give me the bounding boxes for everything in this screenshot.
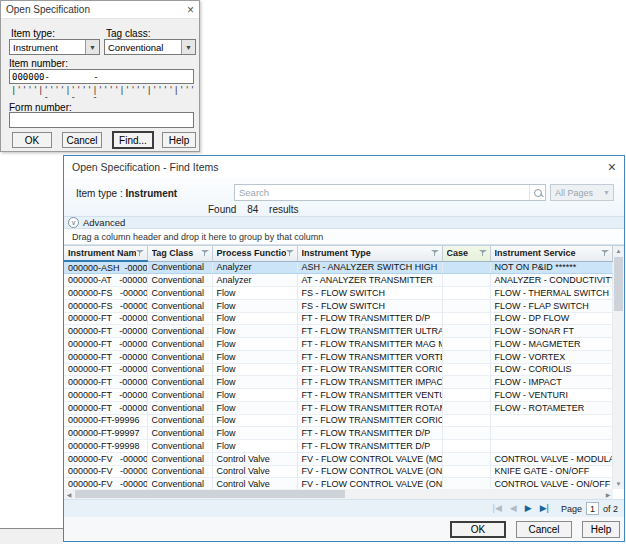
ok-button[interactable]: OK (450, 521, 506, 538)
first-page-icon[interactable]: |◀ (493, 504, 502, 513)
table-cell (442, 389, 490, 402)
table-cell (442, 312, 490, 325)
table-cell: Flow (212, 350, 297, 363)
app-window-fill (0, 529, 63, 544)
table-row[interactable]: 000000-FT -00000EConventionalFlowFT - FL… (64, 363, 612, 376)
table-row[interactable]: 000000-FT-99997ConventionalFlowFT - FLOW… (64, 427, 612, 440)
table-cell: Flow (212, 338, 297, 351)
table-cell: FLOW - DP FLOW (490, 312, 612, 325)
vertical-scroll-thumb[interactable] (614, 257, 623, 311)
table-cell: Conventional (147, 440, 212, 453)
help-button[interactable]: Help (162, 132, 196, 148)
close-icon[interactable]: × (608, 159, 616, 175)
table-cell (442, 440, 490, 453)
column-header-instrument-name[interactable]: Instrument Name (64, 246, 147, 261)
next-page-icon[interactable]: ▶ (525, 504, 532, 513)
ok-button[interactable]: OK (12, 132, 52, 148)
cancel-button[interactable]: Cancel (62, 132, 102, 148)
table-cell: FT - FLOW TRANSMITTER IMPACT (297, 376, 442, 389)
table-cell: Flow (212, 325, 297, 338)
scroll-right-icon[interactable]: ▶ (603, 489, 613, 499)
tag-class-combo[interactable]: Conventional ▼ (104, 39, 196, 55)
horizontal-scroll-thumb[interactable] (75, 490, 345, 498)
column-header-process-function[interactable]: Process Function (212, 246, 297, 261)
chevron-down-icon[interactable]: ▼ (181, 40, 195, 54)
table-cell: 000000-FT -00000D (64, 350, 147, 363)
table-row[interactable]: 000000-FT -00000DConventionalFlowFT - FL… (64, 350, 612, 363)
advanced-expander[interactable]: ∨ Advanced (64, 216, 624, 229)
group-by-dropzone[interactable]: Drag a column header and drop it here to… (64, 229, 624, 245)
search-input[interactable] (235, 187, 529, 198)
horizontal-scrollbar[interactable]: ◀ ▶ (64, 489, 613, 499)
table-row[interactable]: 000000-FT -00000BConventionalFlowFT - FL… (64, 325, 612, 338)
table-row[interactable]: 000000-FT -00000HConventionalFlowFT - FL… (64, 401, 612, 414)
table-cell: NOT ON P&ID ****** (490, 261, 612, 274)
table-cell: FT - FLOW TRANSMITTER CORIOLIS (297, 414, 442, 427)
table-cell: FLOW - CORIOLIS (490, 363, 612, 376)
find-button[interactable]: Find... (112, 131, 154, 149)
scroll-up-icon[interactable]: ▲ (613, 246, 624, 256)
filter-icon[interactable] (431, 249, 440, 257)
last-page-icon[interactable]: ▶| (540, 504, 549, 513)
page-number-input[interactable]: 1 (586, 502, 599, 515)
table-cell: Control Valve (212, 452, 297, 465)
table-cell: Flow (212, 376, 297, 389)
filter-icon[interactable] (479, 249, 488, 257)
table-row[interactable]: 000000-FT -00000AConventionalFlowFT - FL… (64, 312, 612, 325)
table-cell: FT - FLOW TRANSMITTER ROTAMETER (297, 401, 442, 414)
table-row[interactable]: 000000-AT -00000AConventionalAnalyzerAT … (64, 274, 612, 287)
help-button[interactable]: Help (582, 521, 620, 538)
column-header-case[interactable]: Case (442, 246, 490, 261)
table-cell: FLOW - MAGMETER (490, 338, 612, 351)
table-row[interactable]: 000000-FT -00000CConventionalFlowFT - FL… (64, 338, 612, 351)
table-row[interactable]: 000000-FT-99998ConventionalFlowFT - FLOW… (64, 440, 612, 453)
table-cell: Control Valve (212, 465, 297, 478)
filter-icon[interactable] (201, 249, 210, 257)
table-cell (490, 427, 612, 440)
table-row[interactable]: 000000-FT -00000GConventionalFlowFT - FL… (64, 389, 612, 402)
item-type-value: Instrument (10, 42, 85, 53)
find-items-dialog: Open Specification - Find Items × Item t… (63, 155, 625, 542)
results-label: results (269, 204, 298, 215)
cancel-button[interactable]: Cancel (516, 521, 572, 538)
table-cell: FT - FLOW TRANSMITTER D/P (297, 427, 442, 440)
table-cell: 000000-FT -00000G (64, 389, 147, 402)
table-cell: Conventional (147, 376, 212, 389)
column-header-instrument-type[interactable]: Instrument Type (297, 246, 442, 261)
column-header-instrument-service[interactable]: Instrument Service (490, 246, 612, 261)
table-cell: FLOW - VORTEX (490, 350, 612, 363)
table-row[interactable]: 000000-FV -00000BConventionalControl Val… (64, 465, 612, 478)
table-row[interactable]: 000000-FV -00000AConventionalControl Val… (64, 452, 612, 465)
table-cell: Flow (212, 312, 297, 325)
previous-page-icon[interactable]: ◀ (510, 504, 517, 513)
scroll-down-icon[interactable]: ▼ (613, 479, 624, 489)
filter-icon[interactable] (136, 249, 145, 257)
search-icon[interactable] (529, 185, 545, 200)
table-body: 000000-ASH -00000BConventionalAnalyzerAS… (64, 261, 612, 489)
open-specification-dialog: Open Specification × Item type: Tag clas… (0, 0, 200, 152)
tag-class-value: Conventional (105, 42, 181, 53)
close-icon[interactable]: × (187, 5, 194, 15)
filter-icon[interactable] (601, 249, 610, 257)
item-type-combo[interactable]: Instrument ▼ (9, 39, 100, 55)
filter-icon[interactable] (286, 249, 295, 257)
all-pages-combo[interactable]: All Pages ▼ (550, 184, 614, 201)
form-number-field[interactable] (9, 112, 194, 128)
chevron-down-icon[interactable]: ▼ (85, 40, 99, 54)
table-row[interactable]: 000000-FV -00000CConventionalControl Val… (64, 478, 612, 489)
table-row[interactable]: 000000-FT-99996ConventionalFlowFT - FLOW… (64, 414, 612, 427)
item-type-value: Instrument (125, 188, 177, 199)
table-row[interactable]: 000000-FT -00000FConventionalFlowFT - FL… (64, 376, 612, 389)
table-cell (490, 414, 612, 427)
item-type-label: Item type: (11, 28, 55, 39)
table-row[interactable]: 000000-ASH -00000BConventionalAnalyzerAS… (64, 261, 612, 274)
table-cell: Flow (212, 389, 297, 402)
item-number-field[interactable] (9, 69, 194, 84)
table-cell: 000000-FT -00000C (64, 338, 147, 351)
table-row[interactable]: 000000-FS -00000BConventionalFlowFS - FL… (64, 299, 612, 312)
table-row[interactable]: 000000-FS -00000AConventionalFlowFS - FL… (64, 287, 612, 300)
scroll-left-icon[interactable]: ◀ (64, 489, 74, 499)
column-header-tag-class[interactable]: Tag Class (147, 246, 212, 261)
table-cell: Flow (212, 287, 297, 300)
vertical-scrollbar[interactable]: ▲ ▼ (613, 246, 624, 489)
